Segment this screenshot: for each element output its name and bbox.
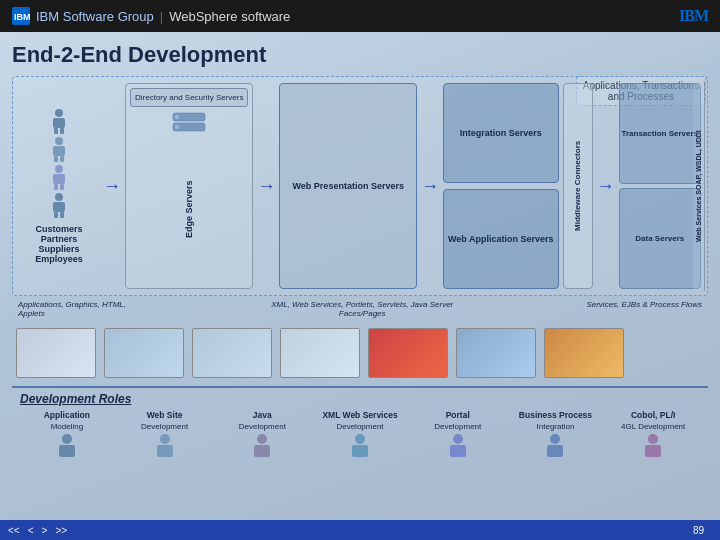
middleware-label: Middleware Connectors xyxy=(573,88,582,284)
arrow-1: → xyxy=(103,83,121,289)
roles-row: Application Modeling Web Site Developmen… xyxy=(20,410,700,461)
svg-point-10 xyxy=(55,165,63,173)
directory-security-box: Directory and Security Servers xyxy=(130,88,248,107)
svg-point-20 xyxy=(175,115,179,119)
integration-section: Integration Servers Web Application Serv… xyxy=(443,83,559,289)
screenshot-4 xyxy=(280,328,360,378)
web-services-vertical-label: Web Services SOAP, WSDL, UDDI xyxy=(693,81,705,291)
svg-rect-27 xyxy=(254,445,270,457)
role-item-application: Application Modeling xyxy=(20,410,114,461)
edge-servers-section: Directory and Security Servers Edge Serv… xyxy=(125,83,253,289)
arrow-3: → xyxy=(421,83,439,289)
svg-rect-15 xyxy=(53,202,65,212)
main-content: End-2-End Development Applications, Tran… xyxy=(0,32,720,540)
svg-point-22 xyxy=(62,434,72,444)
role-icon-java xyxy=(248,433,276,461)
svg-point-34 xyxy=(648,434,658,444)
screenshot-1 xyxy=(16,328,96,378)
transaction-servers-box: Transaction Servers xyxy=(619,83,701,184)
page-number: 89 xyxy=(693,525,704,536)
screenshot-7 xyxy=(544,328,624,378)
web-application-box: Web Application Servers xyxy=(443,189,559,289)
nav-first-button[interactable]: << xyxy=(8,525,20,536)
svg-point-26 xyxy=(257,434,267,444)
dev-roles-section: Development Roles Application Modeling W… xyxy=(12,386,708,465)
svg-point-6 xyxy=(55,137,63,145)
svg-rect-5 xyxy=(60,128,64,134)
left-tech-desc: Applications, Graphics, HTML, Applets xyxy=(18,300,138,318)
people-section: Customers Partners Suppliers Employees xyxy=(19,83,99,289)
role-icon-webdev xyxy=(151,433,179,461)
role-item-portal: Portal Development xyxy=(411,410,505,461)
svg-point-2 xyxy=(55,109,63,117)
svg-rect-7 xyxy=(53,146,65,156)
nav-next-button[interactable]: > xyxy=(42,525,48,536)
product-name: WebSphere software xyxy=(169,9,290,24)
person-icon-1 xyxy=(49,108,69,134)
svg-rect-13 xyxy=(60,184,64,190)
role-icon-bizprocess xyxy=(541,433,569,461)
svg-rect-16 xyxy=(54,212,58,218)
svg-text:IBM: IBM xyxy=(14,12,30,22)
middleware-section: Middleware Connectors xyxy=(563,83,593,289)
svg-point-30 xyxy=(453,434,463,444)
person-icon-2 xyxy=(49,136,69,162)
integration-servers-box: Integration Servers xyxy=(443,83,559,183)
svg-rect-31 xyxy=(450,445,466,457)
screenshots-row xyxy=(12,328,708,378)
right-tech-desc: Services, EJBs & Process Flows xyxy=(586,300,702,318)
company-name: IBM Software Group xyxy=(36,9,154,24)
ibm-logo-right: IBM xyxy=(679,7,708,25)
screenshot-6 xyxy=(456,328,536,378)
screenshot-5 xyxy=(368,328,448,378)
role-icon-application xyxy=(53,433,81,461)
header-bar: IBM IBM Software Group | WebSphere softw… xyxy=(0,0,720,32)
svg-rect-3 xyxy=(53,118,65,128)
arrow-4: → xyxy=(597,83,615,289)
svg-rect-4 xyxy=(54,128,58,134)
person-icon-4 xyxy=(49,192,69,218)
svg-point-32 xyxy=(550,434,560,444)
company-logo-box: IBM IBM Software Group | WebSphere softw… xyxy=(12,7,290,25)
svg-rect-17 xyxy=(60,212,64,218)
nav-prev-button[interactable]: < xyxy=(28,525,34,536)
person-icon-3 xyxy=(49,164,69,190)
center-tech-desc: XML, Web Services, Portlets, Servlets, J… xyxy=(262,300,462,318)
svg-point-14 xyxy=(55,193,63,201)
svg-rect-25 xyxy=(157,445,173,457)
ibm-icon: IBM xyxy=(12,7,30,25)
svg-rect-23 xyxy=(59,445,75,457)
arrow-2: → xyxy=(257,83,275,289)
center-servers-section: Web Presentation Servers xyxy=(279,83,417,289)
role-item-cobol: Cobol, PL/I 4GL Development xyxy=(606,410,700,461)
svg-point-24 xyxy=(160,434,170,444)
svg-rect-11 xyxy=(53,174,65,184)
role-icon-portal xyxy=(444,433,472,461)
role-item-biz-process: Business Process Integration xyxy=(509,410,603,461)
right-servers-section: Transaction Servers Data Servers xyxy=(619,83,701,289)
edge-server-icon xyxy=(171,111,207,135)
svg-point-21 xyxy=(175,125,179,129)
people-label: Customers Partners Suppliers Employees xyxy=(35,224,83,264)
svg-rect-9 xyxy=(60,156,64,162)
page-title: End-2-End Development xyxy=(12,42,708,68)
role-item-java: Java Development xyxy=(215,410,309,461)
edge-servers-label: Edge Servers xyxy=(184,135,194,284)
nav-last-button[interactable]: >> xyxy=(55,525,67,536)
architecture-diagram: Customers Partners Suppliers Employees →… xyxy=(12,76,708,296)
svg-point-28 xyxy=(355,434,365,444)
web-presentation-box: Web Presentation Servers xyxy=(279,83,417,289)
header-divider: | xyxy=(160,9,163,24)
svg-rect-29 xyxy=(352,445,368,457)
data-servers-box: Data Servers xyxy=(619,188,701,289)
svg-rect-8 xyxy=(54,156,58,162)
bottom-bar: << < > >> 89 xyxy=(0,520,720,540)
role-icon-xml xyxy=(346,433,374,461)
svg-rect-33 xyxy=(547,445,563,457)
svg-rect-35 xyxy=(645,445,661,457)
svg-rect-12 xyxy=(54,184,58,190)
tech-description-row: Applications, Graphics, HTML, Applets XM… xyxy=(12,300,708,318)
role-icon-cobol xyxy=(639,433,667,461)
role-item-xml: XML Web Services Development xyxy=(313,410,407,461)
screenshot-2 xyxy=(104,328,184,378)
